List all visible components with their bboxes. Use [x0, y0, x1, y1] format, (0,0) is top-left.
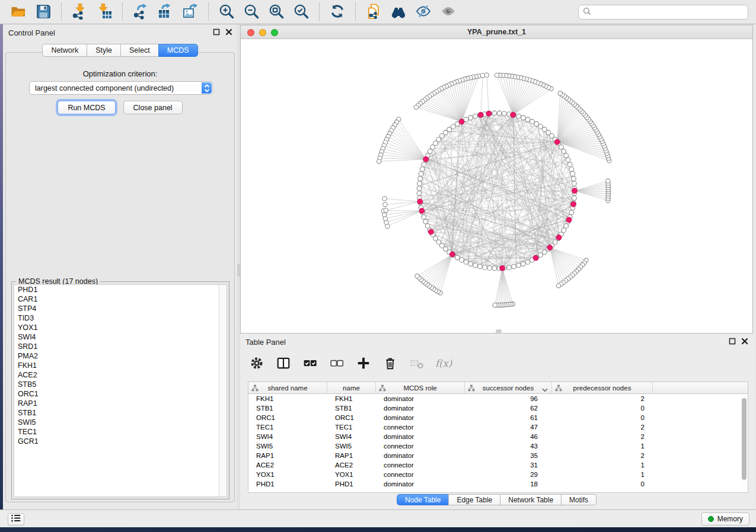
close-panel-icon[interactable]: [741, 338, 748, 345]
close-panel-button[interactable]: Close panel: [123, 101, 183, 114]
table-row[interactable]: PHD1PHD1dominator180: [248, 479, 748, 489]
cell[interactable]: ACE2: [248, 462, 327, 469]
tab-edge-table[interactable]: Edge Table: [448, 494, 500, 505]
mcds-result-item[interactable]: SRD1: [14, 342, 227, 351]
cell[interactable]: RAP1: [248, 452, 327, 459]
cell[interactable]: connector: [376, 424, 465, 431]
cell[interactable]: FKH1: [327, 395, 376, 402]
import-network-button[interactable]: [69, 2, 90, 22]
cell[interactable]: 96: [465, 395, 552, 402]
select-all-rows-button[interactable]: [301, 355, 319, 373]
deselect-all-rows-button[interactable]: [328, 355, 346, 373]
table-splitter-grip[interactable]: [496, 329, 502, 333]
cell[interactable]: connector: [376, 462, 465, 469]
zoom-fit-button[interactable]: [266, 2, 286, 22]
hide-visibility-button[interactable]: [413, 2, 433, 22]
column-header-predecessor-nodes[interactable]: predecessor nodes: [552, 382, 653, 393]
cell[interactable]: 35: [465, 452, 552, 459]
float-panel-icon[interactable]: [213, 28, 220, 36]
list-scrollbar[interactable]: [219, 285, 227, 496]
cell[interactable]: 1: [552, 443, 653, 450]
optimization-criterion-select[interactable]: largest connected component (undirected): [29, 81, 213, 95]
mcds-result-item[interactable]: STB5: [14, 380, 227, 389]
mcds-result-item[interactable]: TEC1: [14, 427, 227, 437]
cell[interactable]: 61: [465, 414, 552, 421]
cell[interactable]: STB1: [248, 405, 327, 412]
cell[interactable]: PHD1: [327, 480, 376, 488]
tab-network-table[interactable]: Network Table: [500, 494, 562, 505]
cell[interactable]: TEC1: [248, 424, 327, 431]
cell[interactable]: YOX1: [327, 471, 376, 478]
cell[interactable]: 0: [552, 405, 653, 412]
cell[interactable]: PHD1: [248, 480, 327, 488]
network-view[interactable]: [241, 39, 752, 333]
mcds-result-item[interactable]: STB1: [14, 408, 227, 418]
save-session-button[interactable]: [33, 2, 53, 22]
cell[interactable]: SWI5: [248, 443, 327, 450]
cell[interactable]: RAP1: [327, 452, 376, 459]
tab-select[interactable]: Select: [120, 44, 159, 57]
cell[interactable]: 0: [552, 480, 653, 488]
mcds-result-item[interactable]: SWI4: [14, 332, 227, 342]
cell[interactable]: FKH1: [248, 395, 327, 402]
mcds-result-item[interactable]: PMA2: [14, 351, 227, 361]
cell[interactable]: ACE2: [327, 462, 376, 469]
cell[interactable]: ORC1: [327, 414, 376, 421]
mcds-result-item[interactable]: ORC1: [14, 389, 227, 399]
search-input[interactable]: [594, 7, 748, 18]
cell[interactable]: SWI4: [327, 433, 376, 440]
cell[interactable]: dominator: [376, 433, 465, 440]
cell[interactable]: connector: [376, 443, 465, 450]
mcds-result-item[interactable]: TID3: [14, 313, 227, 323]
settings-gear-button[interactable]: [248, 355, 266, 373]
cell[interactable]: 18: [465, 480, 552, 488]
show-eye-button[interactable]: [438, 2, 458, 22]
mcds-result-item[interactable]: ACE2: [14, 370, 227, 380]
refresh-button[interactable]: [327, 2, 347, 22]
network-graph[interactable]: [241, 39, 752, 333]
cell[interactable]: 2: [552, 424, 653, 431]
cell[interactable]: 2: [552, 433, 653, 440]
open-folder-button[interactable]: [8, 2, 28, 22]
task-history-button[interactable]: [8, 513, 24, 525]
cell[interactable]: STB1: [327, 405, 376, 412]
tab-node-table[interactable]: Node Table: [397, 494, 449, 505]
mcds-result-item[interactable]: FKH1: [14, 361, 227, 370]
cell[interactable]: dominator: [376, 414, 465, 421]
table-scrollbar-thumb[interactable]: [742, 398, 747, 480]
column-header-MCDS-role[interactable]: MCDS role: [376, 382, 465, 393]
table-row[interactable]: ACE2ACE2connector311: [248, 460, 748, 470]
cell[interactable]: dominator: [376, 480, 465, 488]
table-row[interactable]: SWI4SWI4dominator462: [248, 432, 748, 441]
table-row[interactable]: YOX1YOX1connector291: [248, 470, 748, 479]
column-header-shared-name[interactable]: shared name: [248, 382, 327, 393]
tab-motifs[interactable]: Motifs: [561, 494, 596, 505]
binoculars-button[interactable]: [388, 2, 409, 22]
close-panel-icon[interactable]: [225, 28, 232, 36]
zoom-in-button[interactable]: [216, 2, 237, 22]
cell[interactable]: YOX1: [248, 471, 327, 478]
mcds-result-list[interactable]: PHD1CAR1STP4TID3YOX1SWI4SRD1PMA2FKH1ACE2…: [14, 284, 227, 497]
cell[interactable]: 31: [465, 462, 552, 469]
table-row[interactable]: FKH1FKH1dominator962: [248, 394, 748, 403]
cell[interactable]: connector: [376, 471, 465, 478]
export-table-button[interactable]: [155, 2, 176, 22]
clone-network-button[interactable]: [363, 2, 384, 22]
mcds-result-item[interactable]: PHD1: [14, 285, 227, 294]
table-row[interactable]: SWI5SWI5connector431: [248, 441, 748, 451]
cell[interactable]: 62: [465, 405, 552, 412]
cell[interactable]: 29: [465, 471, 552, 478]
zoom-selected-button[interactable]: [291, 2, 311, 22]
tab-mcds[interactable]: MCDS: [158, 44, 198, 57]
table-row[interactable]: ORC1ORC1dominator610: [248, 413, 748, 422]
mcds-result-item[interactable]: SWI5: [14, 418, 227, 427]
cell[interactable]: 2: [552, 452, 653, 459]
zoom-out-button[interactable]: [241, 2, 261, 22]
cell[interactable]: 47: [465, 424, 552, 431]
cell[interactable]: dominator: [376, 452, 465, 459]
add-row-button[interactable]: [355, 355, 372, 373]
memory-button[interactable]: Memory: [701, 512, 749, 525]
mcds-result-item[interactable]: CAR1: [14, 294, 227, 304]
cell[interactable]: SWI4: [248, 433, 327, 440]
mcds-result-item[interactable]: RAP1: [14, 399, 227, 408]
